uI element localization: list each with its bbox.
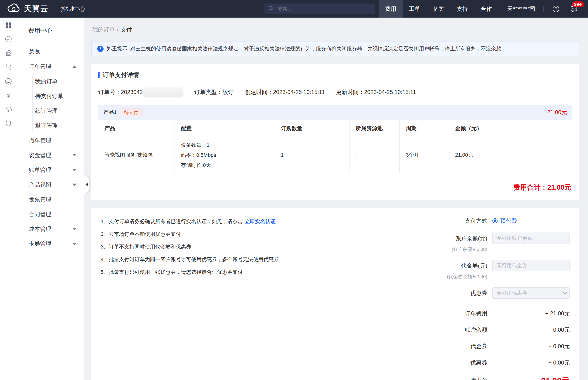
shield-icon[interactable] (4, 120, 12, 128)
coupon-row: 优惠券 无可用优惠券 (445, 287, 570, 299)
messages-icon[interactable]: 99+ (570, 5, 578, 13)
cube-scan-icon[interactable] (4, 92, 12, 99)
breadcrumb-my-orders[interactable]: 我的订单 (92, 26, 115, 33)
voucher-input[interactable] (492, 260, 570, 271)
product-group-amount: 21.00元 (547, 109, 567, 116)
cloud-sync-icon[interactable] (4, 106, 12, 114)
nav-tab-tickets[interactable]: 工单 (403, 0, 427, 18)
order-mgmt-submenu: 我的订单 待支付订单 续订管理 退订管理 (17, 74, 84, 133)
notification-badge: 99+ (572, 1, 584, 7)
navbar-divider (54, 5, 55, 12)
note-1: 1、支付订单请务必确认所有者已进行实名认证，如无，请点击立即实名认证 (101, 218, 445, 225)
amount-due-label: 需支付 (445, 377, 492, 380)
sidebar-item-card-coupon-mgmt[interactable]: 卡券管理 (17, 236, 84, 251)
chevron-down-icon (72, 154, 77, 156)
col-header-product: 产品 (98, 120, 175, 137)
nav-tab-billing[interactable]: 费用 (379, 0, 403, 18)
brand-logo[interactable]: 天翼云 (7, 3, 49, 14)
summary-account-balance: 账户余额 + 0.00元 (445, 326, 570, 334)
account-balance-row: 账户余额(元) (账户余额￥0.00) (445, 232, 570, 252)
cell-config: 设备数量：1 码率：0.5Mbps 存储时长:0天 (175, 137, 275, 173)
sidebar-title: 费用中心 (17, 18, 84, 41)
summary-voucher: 代金券 + 0.00元 (445, 342, 570, 350)
section-title: 订单支付详情 (98, 71, 572, 79)
sidebar-subitem-unpaid-orders[interactable]: 待支付订单 (17, 89, 84, 103)
info-icon: ! (97, 46, 104, 52)
help-icon[interactable]: ? (552, 5, 560, 13)
prepaid-radio[interactable]: 预付费 (492, 217, 517, 225)
realname-auth-link[interactable]: 立即实名认证 (245, 218, 275, 224)
nav-tab-cooperation[interactable]: 合作 (474, 0, 498, 18)
sidebar-item-overview[interactable]: 总览 (17, 44, 84, 59)
sidebar-item-invoice-mgmt[interactable]: 发票管理 (17, 192, 84, 207)
note-2: 2、云市场订单不能使用优惠券支付 (101, 231, 445, 238)
payment-notes: 1、支付订单请务必确认所有者已进行实名认证，如无，请点击立即实名认证 2、云市场… (101, 217, 445, 380)
cell-period: 3个月 (400, 137, 449, 173)
summary-order-fee: 订单费用 + 21.00元 (445, 310, 570, 317)
navbar-search[interactable] (265, 3, 374, 14)
chevron-down-icon (72, 184, 77, 186)
dashboard-icon[interactable] (4, 35, 12, 43)
col-header-quantity: 订购数量 (275, 120, 349, 137)
app-grid-icon[interactable] (4, 21, 12, 29)
vpc-icon[interactable]: VPC (4, 63, 12, 71)
payment-panel: 支付方式 预付费 账户余额(元) (账户余额￥0.00) (445, 217, 570, 380)
sidebar-subitem-my-orders[interactable]: 我的订单 (17, 74, 84, 89)
nav-tab-icp-filing[interactable]: 备案 (427, 0, 450, 18)
cloud-logo-icon (7, 3, 21, 14)
summary-coupon: 优惠券 + 0.00元 (445, 359, 570, 366)
search-input[interactable] (277, 6, 371, 12)
order-created-time: 创建时间：2023-04-25 10:15:11 (245, 88, 325, 96)
table-row: 智能视图服务-视频包 设备数量：1 码率：0.5Mbps 存储时长:0天 1 -… (98, 137, 572, 173)
console-center-link[interactable]: 控制中心 (61, 5, 85, 13)
account-name[interactable]: 天*******司 (507, 5, 536, 13)
sidebar-item-contract-mgmt[interactable]: 合同管理 (17, 207, 84, 222)
table-header-row: 产品 配置 订购数量 所属资源池 周期 金额（元） (98, 120, 572, 137)
sidebar-item-product-view[interactable]: 产品视图 (17, 177, 84, 192)
order-updated-time: 更新时间：2023-04-25 10:15:11 (336, 88, 416, 96)
account-balance-input[interactable] (492, 232, 570, 244)
breadcrumb-separator: / (117, 26, 119, 33)
cell-quantity: 1 (275, 137, 349, 173)
fee-total: 费用合计：21.00元 (98, 183, 572, 193)
brand-name: 天翼云 (24, 3, 49, 14)
billing-sidebar: 费用中心 总览 订单管理 我的订单 待支付订单 续订管理 退订管理 撤单管理 资… (17, 18, 84, 380)
sidebar-item-bill-mgmt[interactable]: 账单管理 (17, 162, 84, 177)
chevron-down-icon (72, 169, 77, 171)
payment-method-row: 支付方式 预付费 (445, 217, 570, 225)
sidebar-item-cancel-order-mgmt[interactable]: 撤单管理 (17, 133, 84, 148)
sidebar-item-cost-mgmt[interactable]: 成本管理 (17, 222, 84, 236)
svg-text:VPC: VPC (6, 66, 11, 69)
cloud-server-icon[interactable] (4, 49, 12, 57)
main-content: 我的订单 / 支付 ! 郑重提示: 对云主机的使用请遵循国家相关法律法规之规定，… (84, 18, 588, 380)
col-header-amount: 金额（元） (449, 120, 572, 137)
note-3: 3、订单不支持同时使用代金券和优惠券 (101, 243, 445, 250)
breadcrumb-current: 支付 (121, 26, 132, 33)
account-balance-label: 账户余额(元) (445, 235, 487, 242)
payment-method-label: 支付方式 (445, 217, 492, 225)
legal-notice-banner: ! 郑重提示: 对云主机的使用请遵循国家相关法律法规之规定，对于违反相关法律法规… (91, 41, 579, 56)
title-accent-bar (98, 72, 100, 78)
search-icon (268, 6, 274, 12)
nav-tab-support[interactable]: 支持 (450, 0, 474, 18)
voucher-sub: (代金券余额￥0.00) (445, 274, 487, 280)
order-number: 订单号：2023042 (98, 87, 183, 97)
chevron-up-icon (72, 65, 77, 68)
amount-due-value: 21.00元 (492, 375, 570, 380)
voucher-row: 代金券(元) (代金券余额￥0.00) (445, 260, 570, 280)
product-group-header: 产品1 待支付 21.00元 (98, 105, 572, 120)
sidebar-item-order-mgmt[interactable]: 订单管理 (17, 59, 84, 74)
payment-card: 1、支付订单请务必确认所有者已进行实名认证，如无，请点击立即实名认证 2、云市场… (91, 208, 579, 380)
cell-resource-pool: - (350, 137, 400, 173)
coupon-select[interactable]: 无可用优惠券 (492, 287, 570, 299)
order-info-row: 订单号：2023042 订单类型：续订 创建时间：2023-04-25 10:1… (98, 87, 572, 97)
sidebar-collapse-handle[interactable] (84, 176, 89, 193)
top-navbar: 天翼云 控制中心 费用 工单 备案 支持 合作 天*******司 ? 99+ (0, 0, 588, 18)
browser-window-icon[interactable] (4, 77, 12, 85)
sidebar-subitem-unsubscribe-mgmt[interactable]: 退订管理 (17, 118, 84, 133)
sidebar-subitem-renewal-mgmt[interactable]: 续订管理 (17, 103, 84, 118)
note-4: 4、批量支付时订单为同一客户账号才可使用优惠券，多个账号无法使用优惠券 (101, 256, 445, 263)
sidebar-item-funds-mgmt[interactable]: 资金管理 (17, 148, 84, 162)
account-balance-sub: (账户余额￥0.00) (445, 246, 487, 252)
collapse-left-icon (86, 183, 88, 186)
